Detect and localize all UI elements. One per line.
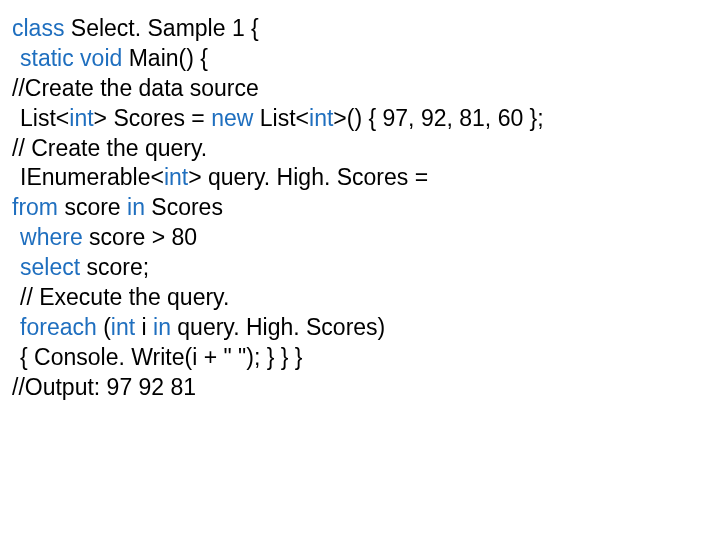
code-line: // Execute the query. bbox=[12, 283, 708, 313]
code-line: { Console. Write(i + " "); } } } bbox=[12, 343, 708, 373]
text-token: query. High. Scores) bbox=[177, 314, 385, 340]
keyword-token: int bbox=[111, 314, 142, 340]
text-token: score > 80 bbox=[89, 224, 197, 250]
text-token: List< bbox=[20, 105, 69, 131]
keyword-token: from bbox=[12, 194, 64, 220]
text-token: score bbox=[64, 194, 127, 220]
code-line: from score in Scores bbox=[12, 193, 708, 223]
code-line: class Select. Sample 1 { bbox=[12, 14, 708, 44]
text-token: // Create the query. bbox=[12, 135, 207, 161]
code-line: IEnumerable<int> query. High. Scores = bbox=[12, 163, 708, 193]
keyword-token: select bbox=[20, 254, 86, 280]
code-line: // Create the query. bbox=[12, 134, 708, 164]
text-token: { Console. Write(i + " "); } } } bbox=[20, 344, 302, 370]
keyword-token: where bbox=[20, 224, 89, 250]
text-token: i bbox=[142, 314, 154, 340]
code-block: class Select. Sample 1 {static void Main… bbox=[12, 14, 708, 403]
text-token: //Output: 97 92 81 bbox=[12, 374, 196, 400]
keyword-token: in bbox=[127, 194, 151, 220]
text-token: List< bbox=[260, 105, 309, 131]
code-line: List<int> Scores = new List<int>() { 97,… bbox=[12, 104, 708, 134]
keyword-token: int bbox=[309, 105, 333, 131]
text-token: //Create the data source bbox=[12, 75, 259, 101]
text-token: Select. Sample 1 { bbox=[71, 15, 259, 41]
keyword-token: int bbox=[164, 164, 188, 190]
text-token: ( bbox=[103, 314, 111, 340]
text-token: > query. High. Scores = bbox=[188, 164, 428, 190]
text-token: score; bbox=[87, 254, 150, 280]
code-line: select score; bbox=[12, 253, 708, 283]
keyword-token: int bbox=[69, 105, 93, 131]
text-token: Main() { bbox=[129, 45, 208, 71]
code-line: //Output: 97 92 81 bbox=[12, 373, 708, 403]
keyword-token: static void bbox=[20, 45, 129, 71]
code-line: where score > 80 bbox=[12, 223, 708, 253]
text-token: Scores bbox=[151, 194, 223, 220]
text-token: IEnumerable< bbox=[20, 164, 164, 190]
text-token: // Execute the query. bbox=[20, 284, 229, 310]
text-token: > Scores = bbox=[94, 105, 212, 131]
code-line: foreach (int i in query. High. Scores) bbox=[12, 313, 708, 343]
text-token: >() { 97, 92, 81, 60 }; bbox=[333, 105, 543, 131]
code-line: //Create the data source bbox=[12, 74, 708, 104]
code-line: static void Main() { bbox=[12, 44, 708, 74]
keyword-token: class bbox=[12, 15, 71, 41]
keyword-token: new bbox=[211, 105, 260, 131]
keyword-token: foreach bbox=[20, 314, 103, 340]
keyword-token: in bbox=[153, 314, 177, 340]
